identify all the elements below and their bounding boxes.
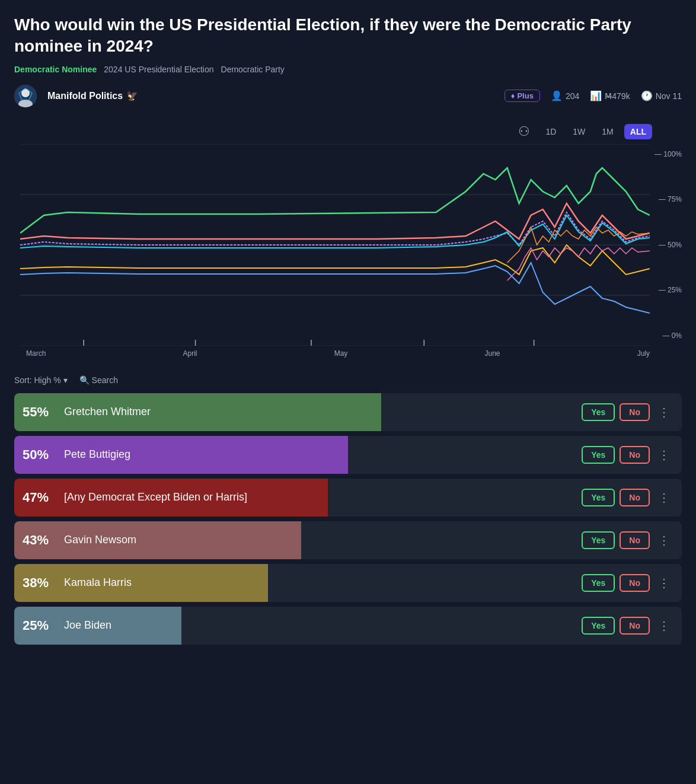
sort-search-row: Sort: High % ▾ 🔍 Search [14,375,682,385]
x-label-march: March [26,349,46,358]
chart-container: ⚇ 1D1W1MALL [14,118,682,364]
time-filter-all[interactable]: ALL [624,124,652,139]
candidate-name-any-dem: [Any Democrat Except Biden or Harris] [64,491,247,503]
candidate-name-harris: Kamala Harris [64,576,132,589]
no-button-newsom[interactable]: No [620,531,650,549]
page-title: Who would win the US Presidential Electi… [14,14,682,58]
volume-icon: 📊 [590,90,602,101]
y-label: — 50% [652,241,682,249]
y-label: — 100% [652,150,682,158]
yes-button-newsom[interactable]: Yes [582,531,615,549]
candidate-pct-biden: 25% [23,618,64,633]
yes-button-whitmer[interactable]: Yes [582,403,615,421]
more-button-whitmer[interactable]: ⋮ [655,403,673,422]
time-filter-1w[interactable]: 1W [567,124,591,139]
clock-icon: 🕐 [641,90,653,101]
candidate-row-biden: 25%Joe BidenYesNo⋮ [14,607,682,645]
candidate-row-any-dem: 47%[Any Democrat Except Biden or Harris]… [14,479,682,517]
candidate-row-newsom: 43%Gavin NewsomYesNo⋮ [14,521,682,559]
no-button-biden[interactable]: No [620,617,650,635]
time-filter-1d[interactable]: 1D [539,124,562,139]
author-name[interactable]: Manifold Politics 🦅 [47,90,138,101]
candidate-name-whitmer: Gretchen Whitmer [64,406,151,418]
yes-button-harris[interactable]: Yes [582,574,615,592]
tags-row: Democratic Nominee2024 US Presidential E… [14,65,682,74]
no-button-whitmer[interactable]: No [620,403,650,421]
search-button[interactable]: 🔍 Search [79,375,118,385]
chart-x-labels: MarchAprilMayJuneJuly [20,346,682,358]
candidate-name-newsom: Gavin Newsom [64,534,136,546]
x-label-april: April [183,349,197,358]
yes-button-any-dem[interactable]: Yes [582,489,615,506]
tag-democratic-party[interactable]: Democratic Party [221,65,285,74]
chart-controls: ⚇ 1D1W1MALL [20,124,682,139]
candidate-pct-any-dem: 47% [23,490,64,505]
volume-stat: 📊 M̶479k [590,90,630,101]
meta-row: Manifold Politics 🦅 ♦ Plus 👤 204 📊 M̶479… [14,85,682,107]
search-icon: 🔍 [79,375,90,385]
yes-button-biden[interactable]: Yes [582,617,615,635]
candidate-pct-harris: 38% [23,575,64,591]
y-label: — 25% [652,286,682,294]
y-label: — 0% [652,332,682,340]
more-button-buttigieg[interactable]: ⋮ [655,445,673,464]
time-filter-1m[interactable]: 1M [596,124,619,139]
x-label-june: June [484,349,500,358]
no-button-buttigieg[interactable]: No [620,446,650,464]
plus-badge[interactable]: ♦ Plus [505,90,540,102]
more-button-biden[interactable]: ⋮ [655,616,673,635]
no-button-harris[interactable]: No [620,574,650,592]
tag-us-presidential[interactable]: 2024 US Presidential Election [104,65,213,74]
tag-democratic-nominee[interactable]: Democratic Nominee [14,65,97,74]
user-compare-icon[interactable]: ⚇ [518,124,530,139]
chart-y-labels: — 100%— 75%— 50%— 25%— 0% [652,144,682,346]
more-button-newsom[interactable]: ⋮ [655,531,673,550]
y-label: — 75% [652,195,682,203]
candidate-pct-whitmer: 55% [23,404,64,420]
candidate-row-whitmer: 55%Gretchen WhitmerYesNo⋮ [14,393,682,431]
candidate-name-biden: Joe Biden [64,619,111,632]
chart-svg [20,144,650,346]
candidate-pct-buttigieg: 50% [23,447,64,463]
traders-stat: 👤 204 [551,90,579,101]
sort-button[interactable]: Sort: High % ▾ [14,375,68,385]
candidate-row-harris: 38%Kamala HarrisYesNo⋮ [14,564,682,602]
date-stat: 🕐 Nov 11 [641,90,682,101]
candidates-list: 55%Gretchen WhitmerYesNo⋮50%Pete Buttigi… [14,393,682,645]
traders-icon: 👤 [551,90,563,101]
meta-stats: ♦ Plus 👤 204 📊 M̶479k 🕐 Nov 11 [505,90,682,102]
x-label-may: May [334,349,348,358]
no-button-any-dem[interactable]: No [620,489,650,506]
chart-area: — 100%— 75%— 50%— 25%— 0% [20,144,682,346]
candidate-pct-newsom: 43% [23,533,64,548]
candidate-name-buttigieg: Pete Buttigieg [64,448,130,461]
yes-button-buttigieg[interactable]: Yes [582,446,615,464]
more-button-any-dem[interactable]: ⋮ [655,488,673,507]
chevron-down-icon: ▾ [63,375,68,385]
author-badge: 🦅 [126,90,138,101]
more-button-harris[interactable]: ⋮ [655,573,673,592]
author-avatar [14,85,37,107]
x-label-july: July [637,349,650,358]
candidate-row-buttigieg: 50%Pete ButtigiegYesNo⋮ [14,436,682,474]
